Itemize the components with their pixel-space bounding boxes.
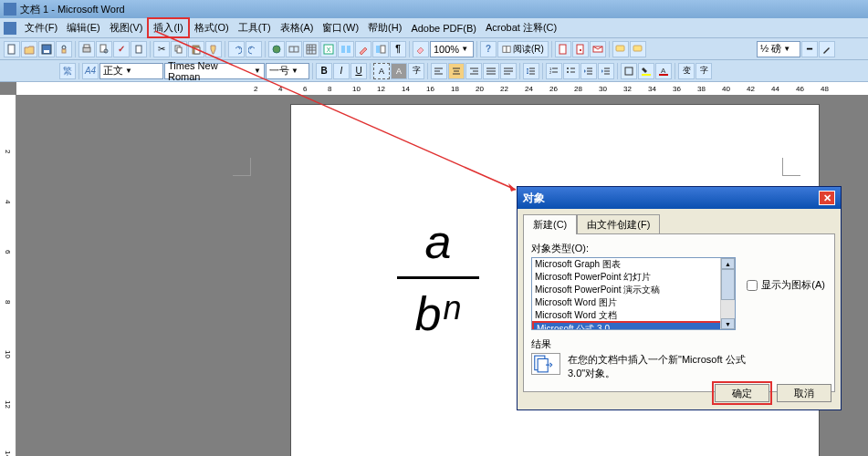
copy-icon[interactable] bbox=[171, 41, 187, 57]
show-as-icon-checkbox[interactable]: 显示为图标(A) bbox=[747, 278, 825, 292]
dialog-titlebar[interactable]: 对象 ✕ bbox=[518, 187, 841, 209]
redo-icon[interactable] bbox=[246, 41, 262, 57]
insert-table-icon[interactable] bbox=[303, 41, 319, 57]
highlight-icon[interactable] bbox=[638, 63, 654, 79]
drawing-icon[interactable] bbox=[355, 41, 371, 57]
paste-icon[interactable] bbox=[188, 41, 204, 57]
italic-icon[interactable]: I bbox=[333, 63, 350, 79]
pdf-email-icon[interactable] bbox=[590, 41, 606, 57]
pdf-convert-icon[interactable] bbox=[572, 41, 589, 57]
tab-new[interactable]: 新建(C) bbox=[523, 214, 577, 234]
align-right-icon[interactable] bbox=[465, 63, 482, 79]
decrease-indent-icon[interactable] bbox=[580, 63, 597, 79]
cancel-button[interactable]: 取消 bbox=[777, 384, 831, 402]
svg-rect-67 bbox=[625, 67, 633, 75]
close-icon[interactable]: ✕ bbox=[819, 191, 835, 205]
line-style-icon[interactable]: ━ bbox=[801, 41, 818, 57]
list-item[interactable]: Microsoft PowerPoint 演示文稿 bbox=[532, 284, 735, 296]
fraction-bar bbox=[397, 276, 479, 279]
ok-button[interactable]: 确定 bbox=[715, 384, 769, 402]
menu-item-5[interactable]: 工具(T) bbox=[234, 19, 276, 36]
menu-item-1[interactable]: 编辑(E) bbox=[62, 19, 105, 36]
open-icon[interactable] bbox=[21, 41, 37, 57]
show-hide-icon[interactable]: ¶ bbox=[390, 41, 406, 57]
line-weight-combo[interactable]: ½ 磅▼ bbox=[757, 41, 800, 57]
svg-point-3 bbox=[62, 46, 66, 49]
spellcheck-icon[interactable]: ✓ bbox=[113, 41, 130, 57]
list-item[interactable]: Microsoft Graph 图表 bbox=[532, 258, 735, 271]
svg-rect-2 bbox=[44, 50, 49, 53]
list-item[interactable]: Microsoft Word 文档 bbox=[532, 309, 735, 322]
cut-icon[interactable]: ✂ bbox=[153, 41, 170, 57]
pdf-icon[interactable] bbox=[555, 41, 571, 57]
size-combo[interactable]: 一号▼ bbox=[266, 63, 309, 79]
menu-item-9[interactable]: Adobe PDF(B) bbox=[406, 21, 481, 36]
listbox-scrollbar[interactable]: ▲ ▼ bbox=[720, 258, 735, 329]
new-icon[interactable] bbox=[4, 41, 20, 57]
numbering-icon[interactable]: 12 bbox=[546, 63, 562, 79]
border-a-icon[interactable]: A bbox=[373, 63, 390, 79]
bullets-icon[interactable] bbox=[563, 63, 580, 79]
simplified-icon[interactable]: 繁 bbox=[59, 63, 76, 79]
increase-indent-icon[interactable] bbox=[598, 63, 614, 79]
char-shading-icon[interactable]: A bbox=[391, 63, 407, 79]
phonetic-icon[interactable]: 变 bbox=[678, 63, 695, 79]
align-center-icon[interactable] bbox=[448, 63, 465, 79]
result-icon bbox=[531, 353, 560, 375]
permission-icon[interactable] bbox=[56, 41, 72, 57]
align-justify-icon[interactable] bbox=[483, 63, 499, 79]
pen-color-icon[interactable] bbox=[819, 41, 835, 57]
menu-item-7[interactable]: 窗口(W) bbox=[318, 19, 363, 36]
list-item[interactable]: Microsoft PowerPoint 幻灯片 bbox=[532, 271, 735, 284]
eraser-icon[interactable] bbox=[413, 41, 429, 57]
menu-item-2[interactable]: 视图(V) bbox=[105, 19, 148, 36]
list-item[interactable]: Microsoft 公式 3.0 bbox=[534, 323, 733, 330]
svg-rect-70 bbox=[659, 74, 668, 76]
menu-item-4[interactable]: 格式(O) bbox=[190, 19, 234, 36]
undo-icon[interactable] bbox=[228, 41, 245, 57]
print-preview-icon[interactable] bbox=[96, 41, 112, 57]
enclose-icon[interactable]: 字 bbox=[695, 63, 712, 79]
svg-rect-33 bbox=[616, 46, 624, 51]
menu-item-3[interactable]: 插入(I) bbox=[147, 17, 189, 38]
borders-icon[interactable] bbox=[621, 63, 637, 79]
excel-icon[interactable]: X bbox=[320, 41, 337, 57]
save-icon[interactable] bbox=[38, 41, 55, 57]
menu-item-8[interactable]: 帮助(H) bbox=[363, 19, 406, 36]
format-painter-icon[interactable] bbox=[205, 41, 222, 57]
char-scaling-icon[interactable]: 字 bbox=[408, 63, 424, 79]
style-a-icon[interactable]: A4 bbox=[82, 63, 99, 79]
bold-icon[interactable]: B bbox=[316, 63, 332, 79]
menu-item-6[interactable]: 表格(A) bbox=[276, 19, 319, 36]
equation-object[interactable]: a bn bbox=[397, 214, 479, 341]
menu-item-0[interactable]: 文件(F) bbox=[20, 19, 62, 36]
svg-rect-13 bbox=[194, 47, 200, 54]
print-icon[interactable] bbox=[78, 41, 95, 57]
tables-borders-icon[interactable] bbox=[286, 41, 302, 57]
comment-icon[interactable] bbox=[612, 41, 629, 57]
checkbox-icon[interactable] bbox=[747, 280, 758, 291]
list-item[interactable]: Microsoft Word 图片 bbox=[532, 296, 735, 309]
style-combo[interactable]: 正文▼ bbox=[99, 63, 163, 79]
comment2-icon[interactable] bbox=[630, 41, 646, 57]
align-left-icon[interactable] bbox=[431, 63, 447, 79]
help-icon[interactable]: ? bbox=[480, 41, 497, 57]
font-combo[interactable]: Times New Roman▼ bbox=[164, 63, 265, 79]
denominator: bn bbox=[397, 283, 479, 341]
research-icon[interactable] bbox=[131, 41, 147, 57]
distribute-icon[interactable] bbox=[500, 63, 517, 79]
hyperlink-icon[interactable] bbox=[268, 41, 285, 57]
tab-from-file[interactable]: 由文件创建(F) bbox=[577, 214, 660, 234]
zoom-combo[interactable]: 100%▼ bbox=[430, 41, 474, 57]
columns-icon[interactable] bbox=[338, 41, 354, 57]
doc-map-icon[interactable] bbox=[372, 41, 389, 57]
read-mode-button[interactable]: 阅读(R) bbox=[497, 41, 549, 57]
svg-rect-28 bbox=[503, 46, 507, 52]
svg-rect-11 bbox=[177, 47, 182, 53]
underline-icon[interactable]: U bbox=[350, 63, 367, 79]
object-type-listbox[interactable]: Microsoft Graph 图表Microsoft PowerPoint 幻… bbox=[531, 257, 736, 330]
font-color-icon[interactable]: A bbox=[655, 63, 672, 79]
menu-item-10[interactable]: Acrobat 注释(C) bbox=[481, 19, 561, 36]
line-spacing-icon[interactable] bbox=[523, 63, 539, 79]
svg-point-14 bbox=[273, 46, 280, 53]
